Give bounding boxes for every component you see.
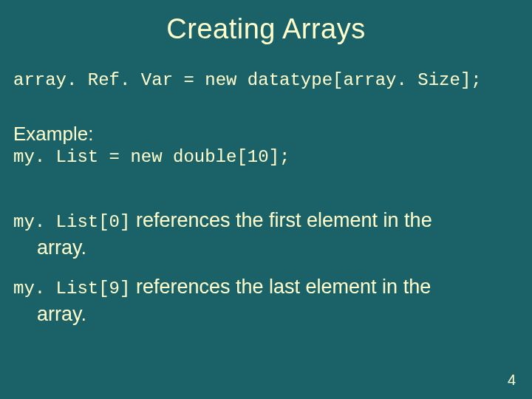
slide-title: Creating Arrays [13, 13, 519, 45]
code-ref-first: my. List[0] [13, 212, 130, 232]
example-code: my. List = new double[10]; [13, 147, 519, 167]
first-element-description: my. List[0] references the first element… [13, 207, 519, 262]
last-element-description: my. List[9] references the last element … [13, 273, 519, 328]
page-number: 4 [508, 372, 516, 389]
syntax-line: array. Ref. Var = new datatype[array. Si… [13, 70, 519, 90]
desc-cont-first: array. [13, 234, 519, 261]
desc-text-first: references the first element in the [130, 209, 432, 231]
example-label: Example: [13, 123, 519, 146]
slide-container: Creating Arrays array. Ref. Var = new da… [0, 0, 532, 399]
code-ref-last: my. List[9] [13, 279, 130, 299]
desc-text-last: references the last element in the [130, 276, 431, 298]
desc-cont-last: array. [13, 301, 519, 327]
